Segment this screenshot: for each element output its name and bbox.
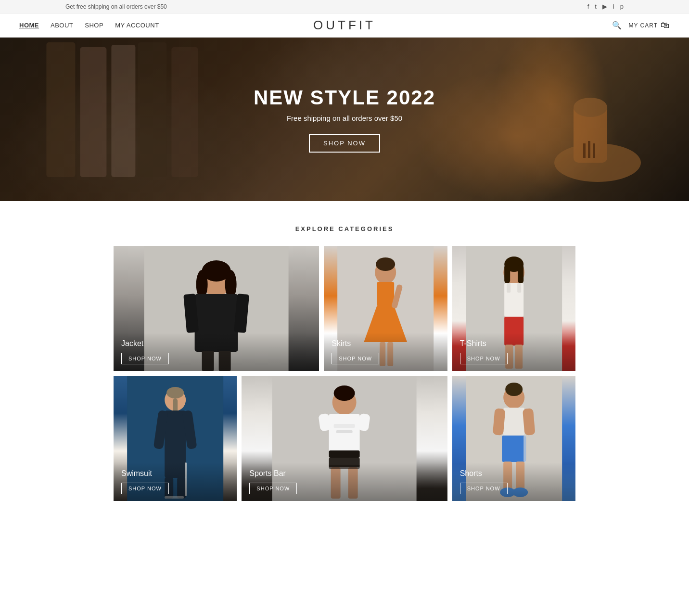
hero-section: NEW STYLE 2022 Free shipping on all orde… <box>0 38 689 201</box>
swimsuit-name: Swimsuit <box>121 469 229 478</box>
svg-point-2 <box>574 98 607 117</box>
svg-rect-32 <box>504 264 510 283</box>
nav-home[interactable]: HOME <box>19 22 39 29</box>
hero-shoe-decoration <box>535 66 641 201</box>
category-shorts[interactable]: Shorts SHOP NOW <box>452 376 575 501</box>
tshirts-category-info: T-Shirts SHOP NOW <box>452 333 575 371</box>
categories-title: EXPLORE CATEGORIES <box>114 225 575 232</box>
tshirts-shop-button[interactable]: SHOP NOW <box>460 353 508 364</box>
svg-point-66 <box>505 383 523 396</box>
svg-rect-3 <box>583 143 586 158</box>
categories-grid-bottom: Swimsuit SHOP NOW <box>114 376 575 501</box>
svg-point-23 <box>376 257 395 271</box>
category-swimsuit[interactable]: Swimsuit SHOP NOW <box>114 376 237 501</box>
hero-content: NEW STYLE 2022 Free shipping on all orde… <box>254 86 435 153</box>
twitter-icon[interactable]: t <box>595 3 597 10</box>
hero-cta-button[interactable]: SHOP NOW <box>309 134 380 153</box>
facebook-icon[interactable]: f <box>587 3 589 10</box>
cart-icon: 🛍 <box>661 20 670 30</box>
main-nav: HOME ABOUT SHOP MY ACCOUNT <box>19 22 159 29</box>
jacket-name: Jacket <box>121 339 311 348</box>
jacket-category-info: Jacket SHOP NOW <box>114 333 319 371</box>
swimsuit-category-info: Swimsuit SHOP NOW <box>114 462 237 501</box>
sports-category-info: Sports Bar SHOP NOW <box>242 462 447 501</box>
hero-title: NEW STYLE 2022 <box>254 86 435 109</box>
svg-rect-60 <box>336 430 353 433</box>
svg-rect-69 <box>523 436 526 462</box>
categories-grid-top: Jacket SHOP NOW <box>114 246 575 371</box>
svg-rect-36 <box>517 283 521 293</box>
sports-name: Sports Bar <box>249 469 439 478</box>
shipping-message: Get free shipping on all orders over $50 <box>65 3 167 10</box>
pinterest-icon[interactable]: p <box>620 3 624 10</box>
swimsuit-shop-button[interactable]: SHOP NOW <box>121 483 169 494</box>
site-logo[interactable]: OUTFIT <box>313 18 376 33</box>
hero-clothes-decoration <box>0 38 276 201</box>
instagram-icon[interactable]: i <box>613 3 614 10</box>
svg-rect-35 <box>507 283 510 293</box>
hero-subtitle: Free shipping on all orders over $50 <box>254 114 435 122</box>
sports-shop-button[interactable]: SHOP NOW <box>249 483 297 494</box>
shorts-category-info: Shorts SHOP NOW <box>452 462 575 501</box>
category-jacket[interactable]: Jacket SHOP NOW <box>114 246 319 371</box>
nav-myaccount[interactable]: MY ACCOUNT <box>115 22 159 29</box>
svg-rect-7 <box>80 47 106 177</box>
search-button[interactable]: 🔍 <box>612 21 622 30</box>
nav-shop[interactable]: SHOP <box>85 22 103 29</box>
shorts-shop-button[interactable]: SHOP NOW <box>460 483 508 494</box>
tshirts-name: T-Shirts <box>460 339 568 348</box>
svg-rect-4 <box>588 141 590 158</box>
svg-point-53 <box>334 385 355 401</box>
svg-rect-8 <box>111 45 135 177</box>
categories-section: EXPLORE CATEGORIES <box>104 225 585 501</box>
category-tshirts[interactable]: T-Shirts SHOP NOW <box>452 246 575 371</box>
skirts-category-info: Skirts SHOP NOW <box>324 333 447 371</box>
youtube-icon[interactable]: ▶ <box>602 3 607 10</box>
svg-point-42 <box>166 387 184 398</box>
svg-rect-6 <box>46 42 75 177</box>
svg-rect-68 <box>502 436 526 462</box>
svg-rect-33 <box>518 264 523 283</box>
svg-rect-5 <box>593 143 595 158</box>
cart-button[interactable]: MY CART 🛍 <box>628 20 670 30</box>
svg-rect-59 <box>334 424 355 428</box>
shorts-name: Shorts <box>460 469 568 478</box>
header-right: 🔍 MY CART 🛍 <box>612 20 670 30</box>
nav-about[interactable]: ABOUT <box>51 22 73 29</box>
cart-label: MY CART <box>628 22 658 29</box>
svg-rect-57 <box>329 450 360 458</box>
svg-rect-24 <box>377 282 394 306</box>
category-skirts[interactable]: Skirts SHOP NOW <box>324 246 447 371</box>
jacket-shop-button[interactable]: SHOP NOW <box>121 353 169 364</box>
skirts-shop-button[interactable]: SHOP NOW <box>332 353 379 364</box>
skirts-name: Skirts <box>332 339 439 348</box>
category-sports[interactable]: Sports Bar SHOP NOW <box>242 376 447 501</box>
svg-rect-67 <box>503 408 524 436</box>
social-icons-group: f t ▶ i p <box>587 3 624 10</box>
svg-rect-9 <box>138 42 166 177</box>
top-bar: Get free shipping on all orders over $50… <box>0 0 689 13</box>
header: HOME ABOUT SHOP MY ACCOUNT OUTFIT 🔍 MY C… <box>0 13 689 38</box>
svg-rect-10 <box>171 47 198 177</box>
